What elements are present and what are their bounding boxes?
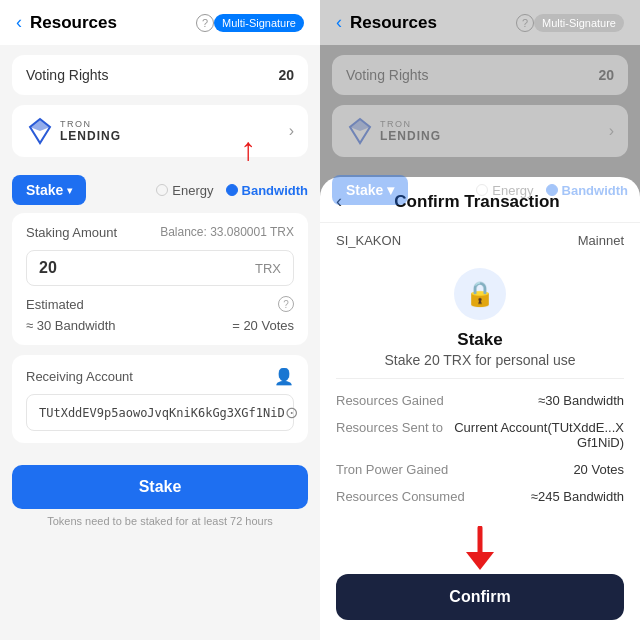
modal-account-name: SI_KAKON bbox=[336, 233, 401, 248]
detail-val-2: 20 Votes bbox=[573, 462, 624, 477]
voting-rights-value: 20 bbox=[278, 67, 294, 83]
svg-marker-5 bbox=[466, 552, 494, 570]
balance-label: Balance: 33.080001 TRX bbox=[160, 225, 294, 240]
stake-dropdown-arrow: ▾ bbox=[67, 185, 72, 196]
left-panel: ‹ Resources ? Multi-Signature Voting Rig… bbox=[0, 0, 320, 640]
confirm-button-wrap: Confirm bbox=[320, 510, 640, 640]
receiving-account-section: Receiving Account 👤 TUtXddEV9p5aowoJvqKn… bbox=[12, 355, 308, 443]
estimated-help-icon[interactable]: ? bbox=[278, 296, 294, 312]
svg-marker-3 bbox=[350, 119, 370, 131]
energy-radio[interactable]: Energy bbox=[156, 183, 213, 198]
confirm-button[interactable]: Confirm bbox=[336, 574, 624, 620]
lending-name-top: TRON bbox=[60, 119, 121, 129]
detail-val-3: ≈245 Bandwidth bbox=[531, 489, 624, 504]
receiving-account-label: Receiving Account bbox=[26, 369, 133, 384]
left-back-button[interactable]: ‹ bbox=[16, 12, 22, 33]
lending-name-bottom: LENDING bbox=[60, 129, 121, 143]
detail-row-2: Tron Power Gained 20 Votes bbox=[336, 456, 624, 483]
bandwidth-radio-dot bbox=[226, 184, 238, 196]
right-page-title: Resources bbox=[350, 13, 512, 33]
resource-type-selector: Energy Bandwidth bbox=[156, 183, 308, 198]
staking-amount-section: Staking Amount Balance: 33.080001 TRX 20… bbox=[12, 213, 308, 345]
modal-action-title: Stake bbox=[320, 330, 640, 350]
bandwidth-radio[interactable]: Bandwidth bbox=[226, 183, 308, 198]
help-icon[interactable]: ? bbox=[196, 14, 214, 32]
detail-val-0: ≈30 Bandwidth bbox=[538, 393, 624, 408]
address-row[interactable]: TUtXddEV9p5aowoJvqKniK6kGg3XGf1NiD ⊙ bbox=[26, 394, 294, 431]
lending-chevron-icon: › bbox=[289, 122, 294, 140]
detail-key-2: Tron Power Gained bbox=[336, 462, 448, 477]
detail-row-3: Resources Consumed ≈245 Bandwidth bbox=[336, 483, 624, 510]
left-page-title: Resources bbox=[30, 13, 192, 33]
right-header: ‹ Resources ? Multi-Signature bbox=[320, 0, 640, 45]
detail-row-0: Resources Gained ≈30 Bandwidth bbox=[336, 387, 624, 414]
bottom-action-area: Stake Tokens need to be staked for at le… bbox=[0, 453, 320, 539]
detail-val-1: Current Account(TUtXddE...XGf1NiD) bbox=[454, 420, 624, 450]
energy-label: Energy bbox=[172, 183, 213, 198]
modal-icon-area: 🔒 bbox=[320, 254, 640, 326]
red-arrow-down-icon bbox=[460, 526, 500, 570]
stake-note: Tokens need to be staked for at least 72… bbox=[12, 515, 308, 527]
energy-radio-dot bbox=[156, 184, 168, 196]
multisig-badge: Multi-Signature bbox=[214, 14, 304, 32]
tron-lending-section[interactable]: TRON LENDING › bbox=[12, 105, 308, 157]
amount-value: 20 bbox=[39, 259, 57, 277]
stake-btn-label: Stake bbox=[26, 182, 63, 198]
modal-network: Mainnet bbox=[578, 233, 624, 248]
red-arrow-up-icon: ↓ bbox=[240, 138, 256, 170]
red-arrow-area bbox=[336, 526, 624, 570]
detail-key-1: Resources Sent to bbox=[336, 420, 446, 435]
bandwidth-estimate: ≈ 30 Bandwidth bbox=[26, 318, 116, 333]
address-text: TUtXddEV9p5aowoJvqKniK6kGg3XGf1NiD bbox=[39, 406, 285, 420]
right-multisig-badge: Multi-Signature bbox=[534, 14, 624, 32]
right-help-icon[interactable]: ? bbox=[516, 14, 534, 32]
votes-estimate: = 20 Votes bbox=[232, 318, 294, 333]
amount-currency: TRX bbox=[255, 261, 281, 276]
lock-icon: 🔒 bbox=[465, 280, 495, 308]
amount-input-row[interactable]: 20 TRX bbox=[26, 250, 294, 286]
right-bg-content: Voting Rights 20 TRON LENDING › Stake ▾ … bbox=[320, 55, 640, 213]
tron-diamond-icon bbox=[26, 117, 54, 145]
modal-details: Resources Gained ≈30 Bandwidth Resources… bbox=[336, 378, 624, 510]
staking-amount-label: Staking Amount bbox=[26, 225, 117, 240]
estimated-label: Estimated bbox=[26, 297, 84, 312]
stake-controls: Stake ▾ Energy Bandwidth bbox=[0, 167, 320, 213]
modal-lock-circle: 🔒 bbox=[454, 268, 506, 320]
right-back-button[interactable]: ‹ bbox=[336, 12, 342, 33]
scan-icon[interactable]: ⊙ bbox=[285, 403, 298, 422]
account-icon: 👤 bbox=[274, 367, 294, 386]
confirm-transaction-modal: ‹ Confirm Transaction SI_KAKON Mainnet 🔒… bbox=[320, 177, 640, 640]
detail-key-3: Resources Consumed bbox=[336, 489, 465, 504]
modal-account-row: SI_KAKON Mainnet bbox=[320, 223, 640, 254]
bandwidth-label: Bandwidth bbox=[242, 183, 308, 198]
voting-rights-label: Voting Rights bbox=[26, 67, 109, 83]
modal-action-subtitle: Stake 20 TRX for personal use bbox=[320, 352, 640, 368]
right-panel: ‹ Resources ? Multi-Signature Voting Rig… bbox=[320, 0, 640, 640]
stake-dropdown-button[interactable]: Stake ▾ bbox=[12, 175, 86, 205]
detail-key-0: Resources Gained bbox=[336, 393, 446, 408]
voting-rights-section: Voting Rights 20 bbox=[12, 55, 308, 95]
detail-row-1: Resources Sent to Current Account(TUtXdd… bbox=[336, 414, 624, 456]
left-header: ‹ Resources ? Multi-Signature bbox=[0, 0, 320, 45]
stake-main-button[interactable]: Stake bbox=[12, 465, 308, 509]
lending-name: TRON LENDING bbox=[60, 119, 121, 143]
svg-marker-1 bbox=[30, 119, 50, 131]
